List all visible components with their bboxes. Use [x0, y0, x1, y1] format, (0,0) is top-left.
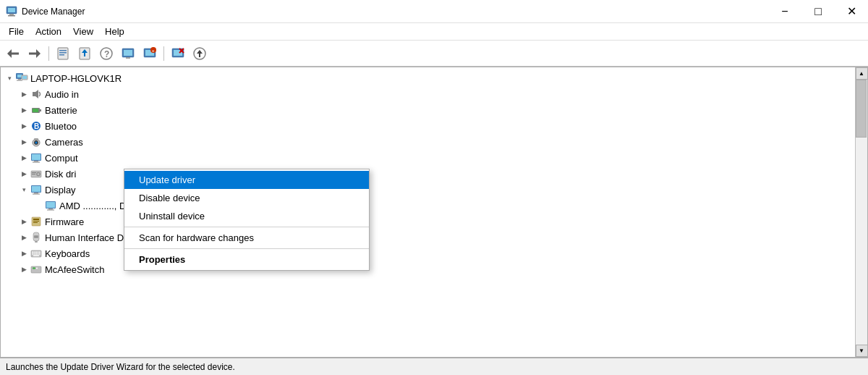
- svg-rect-2: [9, 14, 14, 15]
- context-menu-scan[interactable]: Scan for hardware changes: [124, 229, 369, 247]
- keyboards-toggle[interactable]: ▶: [18, 248, 30, 259]
- tree-item-cameras[interactable]: ▶ Cameras: [1, 134, 855, 150]
- firmware-label: Firmware: [45, 216, 84, 227]
- svg-rect-63: [33, 219, 39, 220]
- context-menu-update-driver[interactable]: Update driver: [124, 171, 369, 189]
- menu-help[interactable]: Help: [99, 25, 130, 38]
- app-icon: [6, 6, 17, 17]
- context-menu: Update driver Disable device Uninstall d…: [124, 169, 370, 271]
- mcafee-icon: [30, 264, 43, 275]
- svg-rect-46: [32, 154, 41, 160]
- svg-rect-47: [34, 161, 38, 162]
- svg-text:B: B: [34, 122, 39, 130]
- computer-icon: [30, 152, 43, 164]
- svg-rect-55: [32, 186, 41, 192]
- scrollbar-up[interactable]: ▲: [856, 67, 868, 80]
- svg-rect-81: [38, 253, 39, 255]
- amd-icon: [44, 200, 57, 211]
- close-button[interactable]: ✕: [835, 0, 868, 23]
- tree-pane[interactable]: ▾ LAPTOP-HGLOVK1R ▶: [1, 67, 855, 357]
- tree-item-bluetooth[interactable]: ▶ B Bluetoo: [1, 118, 855, 134]
- help-button[interactable]: ?: [96, 43, 116, 64]
- svg-text:+: +: [152, 49, 155, 53]
- show-hidden-button[interactable]: [118, 43, 138, 64]
- context-menu-uninstall-device[interactable]: Uninstall device: [124, 207, 369, 225]
- svg-marker-35: [33, 90, 38, 98]
- svg-point-43: [35, 142, 38, 144]
- tree-root[interactable]: ▾ LAPTOP-HGLOVK1R: [1, 70, 855, 86]
- scrollbar-track[interactable]: [856, 80, 867, 345]
- svg-rect-18: [126, 57, 130, 59]
- svg-point-51: [38, 174, 39, 175]
- forward-button[interactable]: [25, 43, 45, 64]
- svg-rect-17: [124, 50, 132, 56]
- svg-rect-10: [59, 52, 67, 54]
- display-icon: [30, 184, 43, 195]
- cameras-toggle[interactable]: ▶: [18, 136, 30, 148]
- remove-icon: [171, 46, 185, 61]
- hid-toggle[interactable]: ▶: [18, 232, 30, 243]
- svg-rect-64: [33, 221, 39, 222]
- computer-toggle[interactable]: ▶: [18, 152, 30, 164]
- download-button[interactable]: [190, 43, 210, 64]
- svg-rect-48: [33, 162, 40, 163]
- svg-rect-34: [22, 76, 27, 79]
- svg-rect-31: [18, 79, 21, 80]
- svg-rect-78: [32, 253, 33, 255]
- svg-rect-84: [31, 266, 41, 273]
- properties-button[interactable]: [53, 43, 73, 64]
- minimize-button[interactable]: −: [768, 0, 801, 23]
- computer-label: Comput: [45, 153, 78, 164]
- remove-button[interactable]: [168, 43, 188, 64]
- menu-file[interactable]: File: [3, 25, 30, 38]
- keyboards-label: Keyboards: [45, 248, 90, 259]
- scan-icon: +: [142, 46, 157, 61]
- root-label: LAPTOP-HGLOVK1R: [30, 73, 122, 84]
- disk-toggle[interactable]: ▶: [18, 168, 30, 180]
- amd-spacer: [33, 200, 44, 211]
- root-toggle[interactable]: ▾: [4, 72, 15, 84]
- maximize-button[interactable]: □: [801, 0, 835, 23]
- svg-rect-75: [35, 252, 37, 253]
- back-button[interactable]: [3, 43, 23, 64]
- svg-rect-9: [59, 50, 67, 51]
- context-menu-properties[interactable]: Properties: [124, 250, 369, 269]
- menu-view[interactable]: View: [67, 25, 99, 38]
- status-bar: Launches the Update Driver Wizard for th…: [0, 358, 868, 375]
- tree-item-batteries[interactable]: ▶ Batterie: [1, 102, 855, 118]
- bluetooth-icon: B: [30, 120, 43, 132]
- scrollbar[interactable]: ▲ ▼: [855, 67, 867, 357]
- title-bar-left: Device Manager: [6, 6, 85, 17]
- svg-rect-79: [34, 253, 35, 255]
- svg-rect-11: [59, 54, 64, 56]
- svg-point-87: [36, 268, 38, 269]
- disk-label: Disk dri: [45, 169, 76, 180]
- svg-rect-76: [38, 252, 39, 253]
- menu-bar: File Action View Help: [0, 23, 868, 41]
- scrollbar-down[interactable]: ▼: [856, 345, 868, 357]
- firmware-toggle[interactable]: ▶: [18, 216, 30, 227]
- root-icon: [15, 72, 28, 84]
- scrollbar-thumb[interactable]: [856, 80, 867, 138]
- display-toggle[interactable]: ▾: [18, 184, 30, 195]
- menu-action[interactable]: Action: [30, 25, 67, 38]
- title-bar: Device Manager − □ ✕: [0, 0, 868, 23]
- tree-item-computer[interactable]: ▶ Comput: [1, 150, 855, 166]
- context-menu-sep-1: [124, 227, 369, 227]
- batteries-icon: [30, 104, 43, 116]
- svg-rect-38: [33, 109, 38, 112]
- context-menu-disable-device[interactable]: Disable device: [124, 189, 369, 207]
- audio-label: Audio in: [45, 89, 79, 100]
- update-driver-button[interactable]: [75, 43, 95, 64]
- svg-rect-32: [17, 80, 22, 81]
- mcafee-toggle[interactable]: ▶: [18, 264, 30, 275]
- audio-toggle[interactable]: ▶: [18, 88, 30, 100]
- bluetooth-toggle[interactable]: ▶: [18, 120, 30, 132]
- display-label: Display: [45, 185, 76, 195]
- batteries-toggle[interactable]: ▶: [18, 104, 30, 116]
- batteries-label: Batterie: [45, 105, 77, 116]
- scan-button[interactable]: +: [140, 43, 160, 64]
- svg-rect-60: [48, 208, 53, 210]
- tree-item-audio[interactable]: ▶ Audio in: [1, 86, 855, 102]
- svg-text:?: ?: [104, 49, 109, 59]
